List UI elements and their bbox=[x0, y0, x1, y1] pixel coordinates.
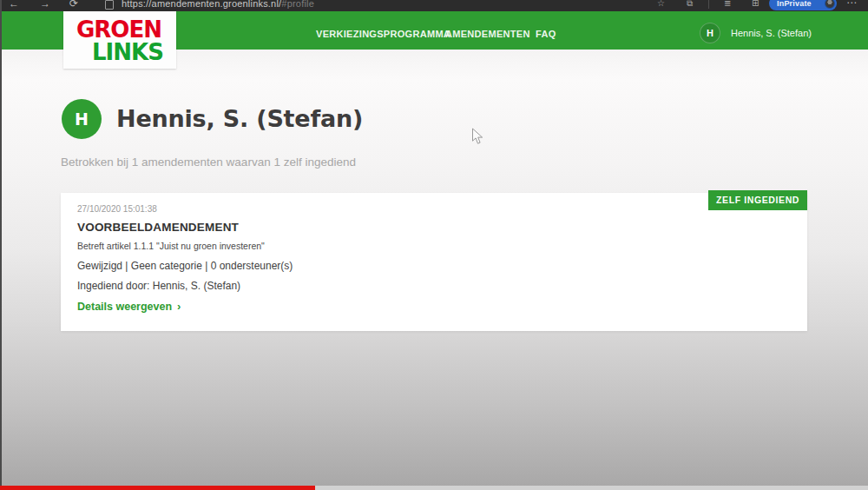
video-progress-played bbox=[0, 486, 315, 490]
browser-toolbar: ← → ⟳ https://amendementen.groenlinks.nl… bbox=[0, 0, 868, 11]
window-edge bbox=[0, 0, 2, 486]
address-bar[interactable]: https://amendementen.groenlinks.nl/#prof… bbox=[122, 0, 314, 9]
inprivate-badge[interactable]: InPrivate bbox=[769, 0, 837, 10]
forward-icon[interactable]: → bbox=[40, 0, 50, 10]
video-progress-bar[interactable] bbox=[0, 486, 868, 490]
refresh-icon[interactable]: ⟳ bbox=[69, 0, 78, 10]
amendment-card: ZELF INGEDIEND 27/10/2020 15:01:38 VOORB… bbox=[61, 193, 807, 331]
mouse-cursor-icon bbox=[471, 128, 484, 149]
nav-amendementen[interactable]: AMENDEMENTEN bbox=[445, 29, 530, 39]
amendment-subject: Betreft artikel 1.1.1 "Juist nu groen in… bbox=[77, 241, 265, 251]
favorites-icon[interactable]: ☆ bbox=[657, 0, 665, 10]
url-text: https://amendementen.groenlinks.nl/ bbox=[122, 0, 281, 9]
nav-faq[interactable]: FAQ bbox=[536, 29, 556, 39]
details-link[interactable]: Details weergeven› bbox=[77, 300, 181, 313]
amendment-meta: Gewijzigd | Geen categorie | 0 ondersteu… bbox=[77, 260, 293, 272]
toolbar-divider bbox=[708, 0, 709, 9]
back-icon[interactable]: ← bbox=[9, 0, 19, 10]
page-title: Hennis, S. (Stefan) bbox=[116, 105, 363, 132]
header-user-menu[interactable]: H Hennis, S. (Stefan) bbox=[700, 23, 812, 43]
browser-profile-avatar bbox=[825, 0, 835, 9]
inprivate-label: InPrivate bbox=[777, 0, 812, 8]
add-icon[interactable]: ⊞ bbox=[752, 0, 759, 10]
profile-avatar: H bbox=[62, 99, 102, 139]
details-link-label: Details weergeven bbox=[77, 301, 172, 313]
amendment-timestamp: 27/10/2020 15:01:38 bbox=[77, 204, 157, 214]
url-fragment: #profile bbox=[281, 0, 314, 9]
browser-window: ← → ⟳ https://amendementen.groenlinks.nl… bbox=[0, 0, 868, 490]
page-info-icon[interactable] bbox=[105, 0, 114, 10]
header-user-name: Hennis, S. (Stefan) bbox=[731, 28, 812, 38]
amendment-title: VOORBEELDAMENDEMENT bbox=[77, 221, 239, 234]
logo-text-groen: GROEN bbox=[76, 19, 176, 41]
nav-verkiezingsprogramma[interactable]: VERKIEZINGSPROGRAMMA bbox=[316, 29, 450, 39]
site-header: GROEN LINKS VERKIEZINGSPROGRAMMA AMENDEM… bbox=[0, 11, 868, 50]
page-content: H Hennis, S. (Stefan) Betrokken bij 1 am… bbox=[0, 50, 868, 486]
collections-icon[interactable]: ⧉ bbox=[687, 0, 693, 10]
header-user-avatar: H bbox=[700, 23, 720, 43]
reading-list-icon[interactable]: ≣ bbox=[724, 0, 731, 10]
status-badge: ZELF INGEDIEND bbox=[708, 190, 807, 210]
chevron-right-icon: › bbox=[177, 300, 181, 313]
groenlinks-logo[interactable]: GROEN LINKS bbox=[63, 11, 176, 69]
profile-summary: Betrokken bij 1 amendementen waarvan 1 z… bbox=[61, 156, 356, 169]
logo-text-links: LINKS bbox=[92, 41, 176, 63]
amendment-submitter: Ingediend door: Hennis, S. (Stefan) bbox=[77, 280, 240, 292]
menu-icon[interactable]: ⋯ bbox=[846, 0, 857, 10]
